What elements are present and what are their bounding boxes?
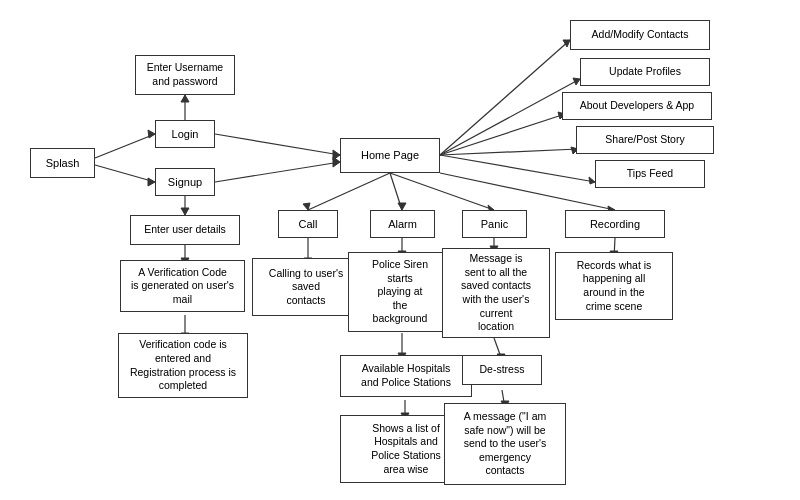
svg-line-16	[440, 40, 570, 155]
svg-line-30	[390, 173, 494, 210]
svg-marker-27	[303, 203, 310, 210]
panic-box: Panic	[462, 210, 527, 238]
enter-user-details-box: Enter user details	[130, 215, 240, 245]
about-dev-box: About Developers & App	[562, 92, 712, 120]
svg-marker-3	[148, 178, 155, 186]
svg-line-24	[440, 155, 595, 182]
svg-line-12	[215, 134, 340, 155]
svg-line-2	[95, 165, 155, 182]
svg-line-32	[440, 173, 615, 210]
records-what-box: Records what ishappening allaround in th…	[555, 252, 673, 320]
verification-generated-box: A Verification Codeis generated on user'…	[120, 260, 245, 312]
svg-marker-13	[333, 150, 340, 160]
message-safe-box: A message ("I amsafe now") will besend t…	[444, 403, 566, 485]
svg-line-0	[95, 134, 155, 158]
svg-line-14	[215, 162, 340, 182]
svg-line-26	[308, 173, 390, 210]
verification-completed-box: Verification code isentered andRegistrat…	[118, 333, 248, 398]
calling-saved-box: Calling to user'ssavedcontacts	[252, 258, 360, 316]
svg-marker-15	[333, 157, 340, 167]
alarm-box: Alarm	[370, 210, 435, 238]
share-story-box: Share/Post Story	[576, 126, 714, 154]
de-stress-box: De-stress	[462, 355, 542, 385]
svg-line-22	[440, 149, 578, 155]
svg-marker-29	[398, 203, 406, 210]
svg-line-20	[440, 114, 565, 155]
svg-marker-7	[181, 208, 189, 215]
tips-feed-box: Tips Feed	[595, 160, 705, 188]
add-modify-box: Add/Modify Contacts	[570, 20, 710, 50]
flowchart: Splash Login Signup Enter Usernameand pa…	[0, 0, 800, 500]
signup-box: Signup	[155, 168, 215, 196]
enter-username-box: Enter Usernameand password	[135, 55, 235, 95]
svg-marker-1	[148, 130, 155, 138]
message-sent-box: Message issent to all thesaved contactsw…	[442, 248, 550, 338]
home-page-box: Home Page	[340, 138, 440, 173]
police-siren-box: Police Sirenstartsplaying atthebackgroun…	[348, 252, 452, 332]
call-box: Call	[278, 210, 338, 238]
splash-box: Splash	[30, 148, 95, 178]
svg-marker-19	[573, 78, 580, 85]
update-profiles-box: Update Profiles	[580, 58, 710, 86]
svg-line-18	[440, 79, 580, 155]
available-hospitals-box: Available Hospitalsand Police Stations	[340, 355, 472, 397]
svg-line-28	[390, 173, 402, 210]
recording-box: Recording	[565, 210, 665, 238]
svg-marker-5	[181, 95, 189, 102]
svg-marker-17	[563, 40, 570, 47]
login-box: Login	[155, 120, 215, 148]
